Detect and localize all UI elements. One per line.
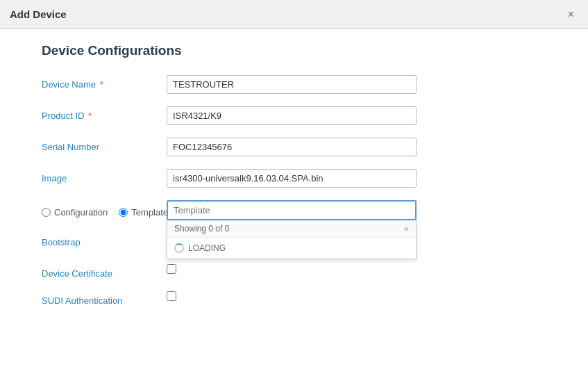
sudi-auth-checkbox-wrapper (167, 291, 176, 301)
serial-number-input[interactable] (167, 138, 417, 156)
image-label: Image (42, 169, 167, 184)
template-container: Showing 0 of 0 × LOADING (167, 200, 417, 220)
device-certificate-row: Device Certificate (42, 264, 546, 279)
bootstrap-label: Bootstrap (42, 233, 167, 247)
dropdown-close-button[interactable]: × (403, 225, 409, 234)
dialog-header: Add Device × (0, 0, 588, 29)
dropdown-showing-text: Showing 0 of 0 (174, 224, 229, 234)
sudi-auth-checkbox[interactable] (167, 291, 176, 301)
dialog-title: Add Device (10, 8, 67, 20)
image-input[interactable] (167, 169, 417, 188)
product-id-input[interactable] (167, 106, 417, 125)
add-device-dialog: Add Device × Device Configurations Devic… (0, 0, 588, 367)
device-certificate-checkbox-wrapper (167, 264, 176, 274)
device-certificate-checkbox[interactable] (167, 264, 176, 274)
sudi-auth-row: SUDI Authentication (42, 291, 546, 306)
serial-number-row: Serial Number (42, 138, 546, 156)
radio-group: Configuration Template (42, 204, 167, 218)
image-row: Image (42, 169, 546, 188)
serial-number-label: Serial Number (42, 138, 167, 152)
template-dropdown: Showing 0 of 0 × LOADING (167, 220, 417, 259)
serial-number-field (167, 138, 417, 156)
dropdown-header: Showing 0 of 0 × (167, 220, 416, 238)
radio-template-option[interactable]: Template (119, 207, 168, 218)
device-name-label: Device Name * (42, 75, 167, 90)
device-name-input[interactable] (167, 75, 417, 94)
product-id-label: Product ID * (42, 106, 167, 121)
loading-text: LOADING (188, 243, 226, 253)
loading-spinner-icon (174, 243, 184, 253)
close-button[interactable]: × (564, 7, 578, 22)
image-field (167, 169, 417, 188)
section-title: Device Configurations (42, 43, 546, 58)
radio-template[interactable] (119, 208, 128, 217)
dropdown-loading-row: LOADING (167, 238, 416, 259)
product-id-field (167, 106, 417, 125)
radio-configuration-option[interactable]: Configuration (42, 207, 108, 218)
device-name-field (167, 75, 417, 94)
device-certificate-label: Device Certificate (42, 264, 167, 279)
sudi-auth-label: SUDI Authentication (42, 291, 167, 306)
config-template-row: Configuration Template Showing 0 of 0 × (42, 200, 546, 220)
radio-configuration[interactable] (42, 208, 51, 217)
config-template-label: Configuration Template (42, 200, 167, 218)
device-name-row: Device Name * (42, 75, 546, 94)
product-id-row: Product ID * (42, 106, 546, 125)
template-input[interactable] (167, 200, 417, 220)
dialog-body: Device Configurations Device Name * Prod… (0, 29, 588, 367)
